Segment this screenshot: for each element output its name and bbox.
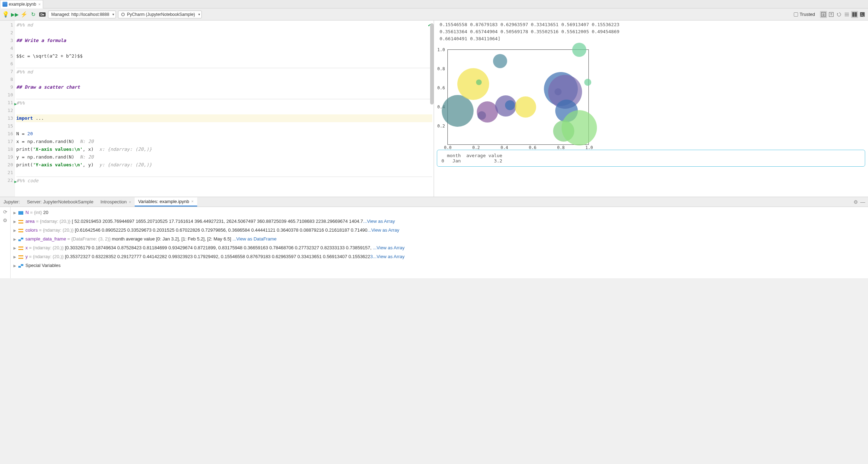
toolbar: 💡 ▶▶ ⚡ ↻ D▸ Managed: http://localhost:88… [0, 8, 868, 20]
refresh-icon[interactable]: ⟳ [3, 209, 7, 215]
chart-point [477, 101, 498, 123]
restart-icon[interactable]: ↻ [30, 11, 37, 18]
svg-point-5 [861, 13, 862, 14]
code-line[interactable] [16, 60, 432, 68]
tab-introspection-label: Introspection [100, 199, 127, 204]
file-tabbar: example.ipynb × [0, 0, 868, 8]
file-tab-label: example.ipynb [9, 2, 36, 7]
code-editor[interactable]: ✔ #%% md## Write a formula$$c = \sqrt(a^… [15, 20, 434, 197]
run-icon[interactable]: ▶▶ [11, 11, 18, 18]
variables-list: ▶N = {int} 20▶area = {ndarray: (20,)} [ … [11, 207, 868, 278]
circle-icon [121, 13, 125, 16]
expand-output-icon[interactable] [828, 11, 835, 18]
dataframe-output: month average value 0 Jan 3.2 [437, 150, 865, 167]
minimize-icon[interactable]: — [860, 199, 865, 205]
code-line[interactable] [16, 76, 432, 83]
code-line[interactable] [16, 44, 432, 52]
output-text: 0.15546558 0.87679183 0.62963597 0.33413… [437, 21, 865, 42]
debug-icon[interactable]: D▸ [39, 11, 46, 18]
code-line[interactable]: ## Write a formula [16, 37, 432, 44]
editor-scrollbar[interactable] [430, 21, 434, 113]
chart-point [562, 110, 597, 145]
trusted-checkbox[interactable]: Trusted [794, 12, 815, 17]
chart-point [572, 43, 586, 57]
variable-row[interactable]: ▶colors = {ndarray: (20,)} [0.61642546 0… [13, 226, 865, 235]
variable-row[interactable]: ▶N = {int} 20 [13, 208, 865, 217]
server-combo[interactable]: Managed: http://localhost:8888 ▾ [48, 11, 116, 18]
env-combo-label: PyCharm (JupyterNotebookSample) [127, 12, 195, 17]
code-line[interactable]: #%% code [16, 177, 432, 184]
file-tab[interactable]: example.ipynb × [0, 0, 43, 8]
variable-row[interactable]: ▶sample_data_frame = {DataFrame: (3, 2)}… [13, 235, 865, 244]
chevron-down-icon: ▾ [112, 12, 114, 16]
tab-variables[interactable]: Variables: example.ipynb× [135, 197, 197, 207]
chart-point [505, 100, 515, 110]
variable-row[interactable]: ▶x = {ndarray: (20,)} [0.30326179 0.1874… [13, 244, 865, 252]
code-line[interactable] [16, 91, 432, 99]
server-combo-label: Managed: http://localhost:8888 [51, 12, 109, 17]
jupyter-panel: Jupyter: Server: JupyterNotebookSample I… [0, 197, 868, 278]
code-line[interactable] [16, 122, 432, 130]
env-combo[interactable]: PyCharm (JupyterNotebookSample) ▾ [118, 11, 202, 18]
list-view-icon[interactable] [843, 11, 850, 18]
close-icon[interactable]: × [191, 199, 193, 203]
chevron-down-icon: ▾ [198, 12, 200, 16]
chart-point [584, 79, 591, 86]
chart-point [442, 95, 474, 127]
chart-point [493, 54, 507, 68]
tab-introspection[interactable]: Introspection× [97, 197, 135, 207]
close-icon[interactable]: × [38, 2, 40, 6]
svg-rect-3 [855, 12, 857, 17]
gear-icon[interactable]: ⚙ [854, 199, 858, 205]
code-line[interactable]: $$c = \sqrt(a^2 + b^2)$$ [16, 52, 432, 60]
code-line[interactable] [16, 29, 432, 37]
scatter-chart: 0.20.40.60.81.0 0.00.20.40.60.81.0 [447, 49, 589, 145]
chart-point [476, 79, 482, 85]
code-line[interactable]: y = np.random.rand(N) N: 20 [16, 153, 432, 161]
code-line[interactable]: print('X-axis values:\n', x) x: {ndarray… [16, 145, 432, 153]
code-line[interactable]: N = 20 [16, 130, 432, 138]
code-line[interactable]: ## Draw a scatter chart [16, 83, 432, 91]
tab-server[interactable]: Server: JupyterNotebookSample [23, 197, 97, 207]
tab-variables-label: Variables: example.ipynb [138, 199, 189, 204]
tab-server-label: Server: JupyterNotebookSample [27, 199, 93, 204]
code-line[interactable] [16, 169, 432, 177]
close-icon[interactable]: × [129, 200, 131, 204]
notebook-icon [2, 2, 7, 7]
variable-row[interactable]: ▶area = {ndarray: (20,)} [ 52.02919453 2… [13, 217, 865, 226]
code-line[interactable] [16, 107, 432, 114]
toggle-output-icon[interactable] [835, 11, 843, 18]
variable-row[interactable]: ▶Special Variables [13, 261, 865, 270]
chart-point [457, 68, 489, 100]
panel-tabs: Jupyter: Server: JupyterNotebookSample I… [0, 197, 868, 207]
panel-title: Jupyter: [0, 199, 23, 204]
gear-icon[interactable]: ⚙ [3, 218, 7, 223]
code-line[interactable]: import ... [16, 114, 432, 122]
trusted-label: Trusted [799, 12, 815, 17]
flash-icon[interactable]: ⚡ [20, 11, 28, 18]
code-line[interactable]: #%% md [16, 68, 432, 76]
svg-rect-2 [852, 12, 854, 17]
scroll-output-icon[interactable] [820, 11, 827, 18]
output-pane: 0.15546558 0.87679183 0.62963597 0.33413… [434, 20, 868, 197]
checkbox-icon [794, 12, 798, 17]
line-gutter: 1234567891011▶12131516171819202122▶ [0, 20, 15, 197]
code-line[interactable]: #%% [16, 99, 432, 107]
image-view-icon[interactable] [859, 11, 866, 18]
bulb-icon[interactable]: 💡 [2, 11, 9, 18]
panel-sidebar: ⟳ ⚙ [0, 207, 11, 278]
code-line[interactable]: x = np.random.rand(N) N: 20 [16, 138, 432, 145]
code-line[interactable]: #%% md [16, 21, 432, 29]
chart-point [515, 96, 536, 118]
variable-row[interactable]: ▶y = {ndarray: (20,)} [0.35372327 0.6322… [13, 252, 865, 261]
code-line[interactable]: print('Y-axis values:\n', y) y: {ndarray… [16, 161, 432, 169]
split-view-icon[interactable] [851, 11, 858, 18]
